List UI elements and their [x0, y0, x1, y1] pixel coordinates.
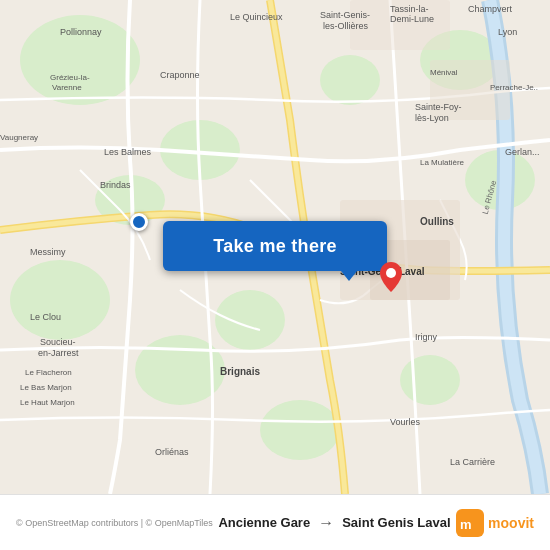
svg-text:Saint-Genis-: Saint-Genis- [320, 10, 370, 20]
svg-text:Le Bas Marjon: Le Bas Marjon [20, 383, 72, 392]
map-attribution: © OpenStreetMap contributors | © OpenMap… [16, 518, 213, 528]
svg-text:Sainte-Foy-: Sainte-Foy- [415, 102, 462, 112]
svg-text:Demi-Lune: Demi-Lune [390, 14, 434, 24]
svg-point-7 [400, 355, 460, 405]
moovit-logo: m moovit [456, 509, 534, 537]
svg-text:Brindas: Brindas [100, 180, 131, 190]
svg-text:Varenne: Varenne [52, 83, 82, 92]
app-container: Pollionnay Le Quincieux Saint-Genis- les… [0, 0, 550, 550]
svg-text:Perrache-Je..: Perrache-Je.. [490, 83, 538, 92]
map-area[interactable]: Pollionnay Le Quincieux Saint-Genis- les… [0, 0, 550, 494]
svg-text:Le Quincieux: Le Quincieux [230, 12, 283, 22]
svg-text:Irigny: Irigny [415, 332, 438, 342]
svg-point-4 [10, 260, 110, 340]
svg-text:en-Jarrest: en-Jarrest [38, 348, 79, 358]
origin-pin [130, 213, 148, 231]
svg-text:Le Haut Marjon: Le Haut Marjon [20, 398, 75, 407]
svg-text:Champvert: Champvert [468, 4, 513, 14]
svg-text:Tassin-la-: Tassin-la- [390, 4, 429, 14]
svg-text:Vourles: Vourles [390, 417, 421, 427]
svg-text:Lyon: Lyon [498, 27, 517, 37]
svg-text:Vaugneray: Vaugneray [0, 133, 38, 142]
svg-text:lès-Lyon: lès-Lyon [415, 113, 449, 123]
moovit-text: moovit [488, 515, 534, 531]
svg-text:Messimy: Messimy [30, 247, 66, 257]
svg-text:les-Ollières: les-Ollières [323, 21, 369, 31]
svg-text:Ménival: Ménival [430, 68, 458, 77]
svg-text:La Mulatière: La Mulatière [420, 158, 465, 167]
svg-text:Orliénas: Orliénas [155, 447, 189, 457]
svg-point-6 [260, 400, 340, 460]
svg-text:Le Clou: Le Clou [30, 312, 61, 322]
svg-text:Brignais: Brignais [220, 366, 260, 377]
svg-text:Craponne: Craponne [160, 70, 200, 80]
svg-point-10 [320, 55, 380, 105]
svg-point-11 [215, 290, 285, 350]
take-me-there-button[interactable]: Take me there [163, 221, 387, 271]
svg-text:Soucieu-: Soucieu- [40, 337, 76, 347]
route-from: Ancienne Gare [218, 515, 310, 530]
svg-text:Pollionnay: Pollionnay [60, 27, 102, 37]
route-info: Ancienne Gare → Saint Genis Laval [213, 514, 456, 532]
svg-point-51 [386, 268, 396, 278]
svg-text:m: m [460, 517, 472, 532]
svg-text:Oullins: Oullins [420, 216, 454, 227]
svg-text:Les Balmes: Les Balmes [104, 147, 152, 157]
svg-text:Grézieu-la-: Grézieu-la- [50, 73, 90, 82]
svg-text:Le Flacheron: Le Flacheron [25, 368, 72, 377]
svg-text:La Carrière: La Carrière [450, 457, 495, 467]
route-to: Saint Genis Laval [342, 515, 450, 530]
svg-text:Gerlan...: Gerlan... [505, 147, 540, 157]
route-arrow: → [318, 514, 334, 532]
destination-pin [380, 262, 402, 296]
popup-label: Take me there [213, 236, 337, 257]
bottom-bar: © OpenStreetMap contributors | © OpenMap… [0, 494, 550, 550]
moovit-icon: m [456, 509, 484, 537]
